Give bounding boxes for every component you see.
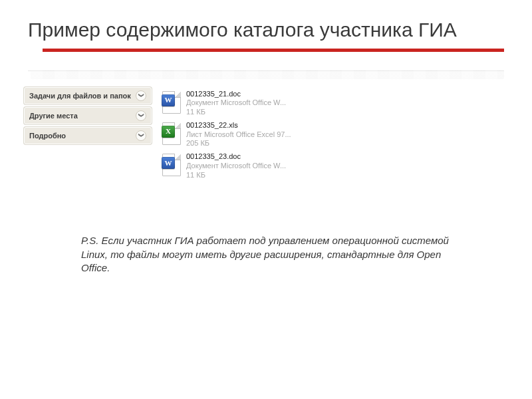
page-title: Пример содержимого каталога участника ГИ…: [28, 19, 504, 42]
file-size: 11 КБ: [186, 108, 286, 117]
file-name: 0012335_22.xls: [186, 121, 291, 130]
title-underline: [43, 49, 504, 52]
file-name: 0012335_21.doc: [186, 90, 286, 99]
address-bar-blur: [31, 70, 504, 79]
details-panel-label: Подробно: [29, 132, 66, 140]
file-size: 11 КБ: [186, 171, 286, 180]
file-item[interactable]: W 0012335_23.doc Документ Microsoft Offi…: [158, 151, 331, 181]
file-size: 205 КБ: [186, 139, 291, 148]
file-type: Документ Microsoft Office W...: [186, 98, 286, 108]
explorer-window: Задачи для файлов и папок ❯ Другие места…: [28, 70, 504, 188]
chevron-down-icon[interactable]: ❯: [136, 110, 146, 121]
chevron-down-icon[interactable]: ❯: [136, 90, 146, 101]
excel-sheet-icon: X: [161, 121, 184, 146]
footnote-text: P.S. Если участник ГИА работает под упра…: [81, 234, 464, 275]
file-name: 0012335_23.doc: [186, 152, 286, 162]
other-places-label: Другие места: [29, 112, 78, 120]
other-places-panel[interactable]: Другие места ❯: [24, 107, 152, 124]
file-type: Документ Microsoft Office W...: [186, 162, 286, 171]
details-panel[interactable]: Подробно ❯: [24, 127, 152, 144]
chevron-down-icon[interactable]: ❯: [136, 130, 146, 141]
word-doc-icon: W: [161, 152, 184, 178]
file-item[interactable]: X 0012335_22.xls Лист Microsoft Office E…: [158, 120, 331, 150]
file-item[interactable]: W 0012335_21.doc Документ Microsoft Offi…: [158, 88, 331, 118]
file-type: Лист Microsoft Office Excel 97...: [186, 130, 291, 140]
file-list: W 0012335_21.doc Документ Microsoft Offi…: [156, 83, 504, 188]
explorer-side-panel: Задачи для файлов и папок ❯ Другие места…: [21, 83, 156, 188]
tasks-panel-label: Задачи для файлов и папок: [29, 92, 131, 100]
tasks-panel[interactable]: Задачи для файлов и папок ❯: [24, 87, 152, 104]
word-doc-icon: W: [161, 90, 184, 115]
